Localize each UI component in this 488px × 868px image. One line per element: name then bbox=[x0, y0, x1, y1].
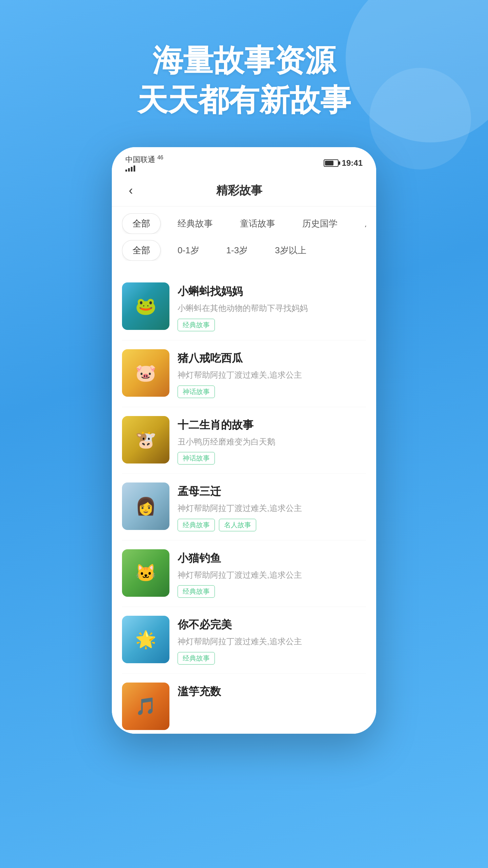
story-tag: 神话故事 bbox=[178, 386, 215, 398]
story-tags: 神话故事 bbox=[178, 452, 366, 465]
nav-bar: ‹ 精彩故事 bbox=[112, 175, 376, 206]
time-section: 19:41 bbox=[324, 158, 363, 168]
story-title: 你不必完美 bbox=[178, 617, 366, 632]
phone-mockup: 中国联通 46 19:41 ‹ 精彩故事 bbox=[112, 147, 376, 734]
cover-image: 🐮 bbox=[122, 416, 169, 463]
story-cover: 🐷 bbox=[122, 349, 169, 397]
story-desc: 神灯帮助阿拉丁渡过难关,追求公主 bbox=[178, 369, 366, 381]
story-item[interactable]: 🐷 猪八戒吃西瓜 神灯帮助阿拉丁渡过难关,追求公主 神话故事 bbox=[122, 340, 366, 407]
back-button[interactable]: ‹ bbox=[125, 182, 136, 199]
story-title: 十二生肖的故事 bbox=[178, 418, 366, 433]
story-title: 孟母三迁 bbox=[178, 484, 366, 499]
story-tags: 经典故事 bbox=[178, 585, 366, 598]
story-cover: 🌟 bbox=[122, 616, 169, 663]
cover-image: 🌟 bbox=[122, 616, 169, 663]
signal-type: 46 bbox=[157, 155, 163, 160]
cover-image: 🐸 bbox=[122, 282, 169, 330]
clock-display: 19:41 bbox=[342, 158, 363, 168]
story-tag: 神话故事 bbox=[178, 452, 215, 465]
phone-screen: 中国联通 46 19:41 ‹ 精彩故事 bbox=[112, 147, 376, 734]
filter-fairytale[interactable]: 童话故事 bbox=[230, 214, 285, 234]
cover-image: 🐱 bbox=[122, 549, 169, 597]
story-info: 小猫钓鱼 神灯帮助阿拉丁渡过难关,追求公主 经典故事 bbox=[178, 549, 366, 598]
story-cover: 🐱 bbox=[122, 549, 169, 597]
story-item[interactable]: 🐱 小猫钓鱼 神灯帮助阿拉丁渡过难关,追求公主 经典故事 bbox=[122, 540, 366, 607]
status-bar: 中国联通 46 19:41 bbox=[112, 147, 376, 175]
cover-image: 🐷 bbox=[122, 349, 169, 397]
story-title: 小猫钓鱼 bbox=[178, 551, 366, 566]
story-info: 孟母三迁 神灯帮助阿拉丁渡过难关,追求公主 经典故事 名人故事 bbox=[178, 482, 366, 531]
filter-section: 全部 经典故事 童话故事 历史国学 成语故 全部 0-1岁 1-3岁 3岁以上 bbox=[112, 206, 376, 274]
story-info: 滥竽充数 bbox=[178, 683, 366, 703]
story-desc: 神灯帮助阿拉丁渡过难关,追求公主 bbox=[178, 636, 366, 647]
story-item[interactable]: 🐮 十二生肖的故事 丑小鸭历经磨难变为白天鹅 神话故事 bbox=[122, 407, 366, 474]
story-tag: 经典故事 bbox=[178, 652, 215, 665]
story-tags: 经典故事 bbox=[178, 652, 366, 665]
story-item[interactable]: 🐸 小蝌蚪找妈妈 小蝌蚪在其他动物的帮助下寻找妈妈 经典故事 bbox=[122, 274, 366, 340]
filter-idiom[interactable]: 成语故 bbox=[354, 214, 366, 234]
story-list: 🐸 小蝌蚪找妈妈 小蝌蚪在其他动物的帮助下寻找妈妈 经典故事 🐷 猪八戒吃西瓜 bbox=[112, 274, 376, 734]
story-desc: 小蝌蚪在其他动物的帮助下寻找妈妈 bbox=[178, 302, 366, 314]
page-title: 精彩故事 bbox=[136, 183, 342, 198]
hero-line2: 天天都有新故事 bbox=[137, 83, 351, 117]
story-info: 你不必完美 神灯帮助阿拉丁渡过难关,追求公主 经典故事 bbox=[178, 616, 366, 665]
category-filter-row: 全部 经典故事 童话故事 历史国学 成语故 bbox=[122, 213, 366, 234]
cover-image: 🎵 bbox=[122, 683, 169, 730]
hero-line1: 海量故事资源 bbox=[152, 43, 336, 77]
story-tags: 经典故事 bbox=[178, 319, 366, 331]
story-desc: 丑小鸭历经磨难变为白天鹅 bbox=[178, 436, 366, 448]
story-item[interactable]: 🎵 滥竽充数 bbox=[122, 674, 366, 734]
story-desc: 神灯帮助阿拉丁渡过难关,追求公主 bbox=[178, 569, 366, 581]
age-0-1[interactable]: 0-1岁 bbox=[167, 240, 209, 260]
story-title: 滥竽充数 bbox=[178, 684, 366, 699]
story-info: 小蝌蚪找妈妈 小蝌蚪在其他动物的帮助下寻找妈妈 经典故事 bbox=[178, 282, 366, 331]
age-3plus[interactable]: 3岁以上 bbox=[265, 240, 316, 260]
story-tags: 经典故事 名人故事 bbox=[178, 519, 366, 531]
age-1-3[interactable]: 1-3岁 bbox=[216, 240, 258, 260]
story-info: 十二生肖的故事 丑小鸭历经磨难变为白天鹅 神话故事 bbox=[178, 416, 366, 465]
story-desc: 神灯帮助阿拉丁渡过难关,追求公主 bbox=[178, 502, 366, 514]
filter-classic[interactable]: 经典故事 bbox=[167, 214, 223, 234]
story-info: 猪八戒吃西瓜 神灯帮助阿拉丁渡过难关,追求公主 神话故事 bbox=[178, 349, 366, 398]
story-cover: 🐸 bbox=[122, 282, 169, 330]
carrier-text: 中国联通 46 bbox=[125, 155, 163, 172]
age-filter-row: 全部 0-1岁 1-3岁 3岁以上 bbox=[122, 240, 366, 261]
story-tags: 神话故事 bbox=[178, 386, 366, 398]
filter-history[interactable]: 历史国学 bbox=[292, 214, 348, 234]
filter-all[interactable]: 全部 bbox=[122, 213, 161, 234]
story-tag: 经典故事 bbox=[178, 519, 215, 531]
signal-icon bbox=[125, 165, 163, 172]
story-tag: 经典故事 bbox=[178, 319, 215, 331]
story-item[interactable]: 🌟 你不必完美 神灯帮助阿拉丁渡过难关,追求公主 经典故事 bbox=[122, 607, 366, 674]
story-cover: 🐮 bbox=[122, 416, 169, 463]
story-title: 猪八戒吃西瓜 bbox=[178, 351, 366, 366]
story-tag: 名人故事 bbox=[219, 519, 256, 531]
battery-icon bbox=[324, 159, 339, 167]
cover-image: 👩 bbox=[122, 482, 169, 530]
hero-section: 海量故事资源 天天都有新故事 bbox=[137, 41, 351, 120]
age-all[interactable]: 全部 bbox=[122, 240, 161, 261]
story-tag: 经典故事 bbox=[178, 585, 215, 598]
story-cover: 👩 bbox=[122, 482, 169, 530]
story-cover: 🎵 bbox=[122, 683, 169, 730]
story-item[interactable]: 👩 孟母三迁 神灯帮助阿拉丁渡过难关,追求公主 经典故事 名人故事 bbox=[122, 474, 366, 540]
story-title: 小蝌蚪找妈妈 bbox=[178, 284, 366, 299]
